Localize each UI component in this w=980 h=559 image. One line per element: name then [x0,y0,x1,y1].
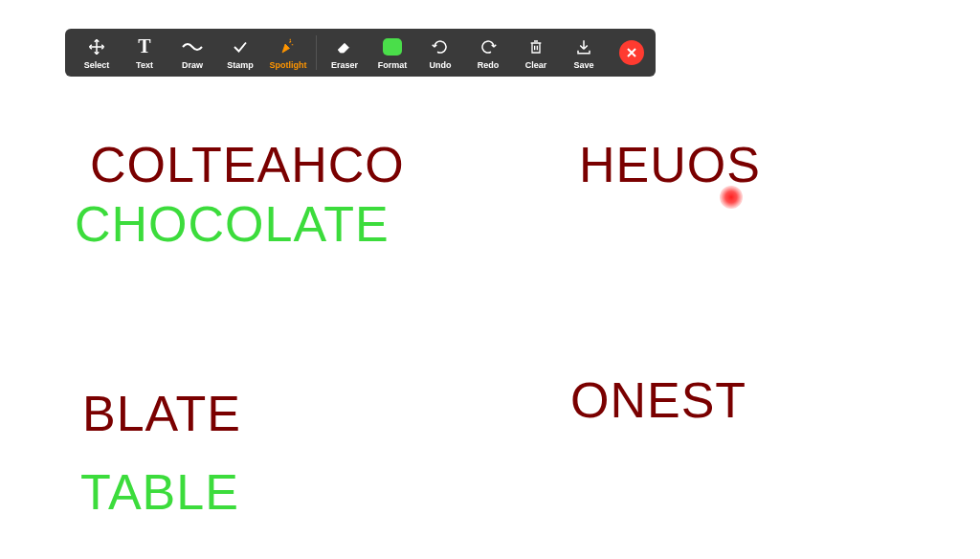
scrambled-word-1: COLTEAHCO [90,136,405,193]
answer-word-3: TABLE [80,463,239,521]
scrambled-word-2: HEUOS [579,136,761,193]
scrambled-word-4: ONEST [570,371,746,429]
spotlight-pointer [720,186,743,209]
answer-word-1: CHOCOLATE [75,195,390,253]
canvas-area[interactable]: COLTEAHCO CHOCOLATE HEUOS BLATE TABLE ON… [0,0,980,559]
scrambled-word-3: BLATE [82,385,241,442]
